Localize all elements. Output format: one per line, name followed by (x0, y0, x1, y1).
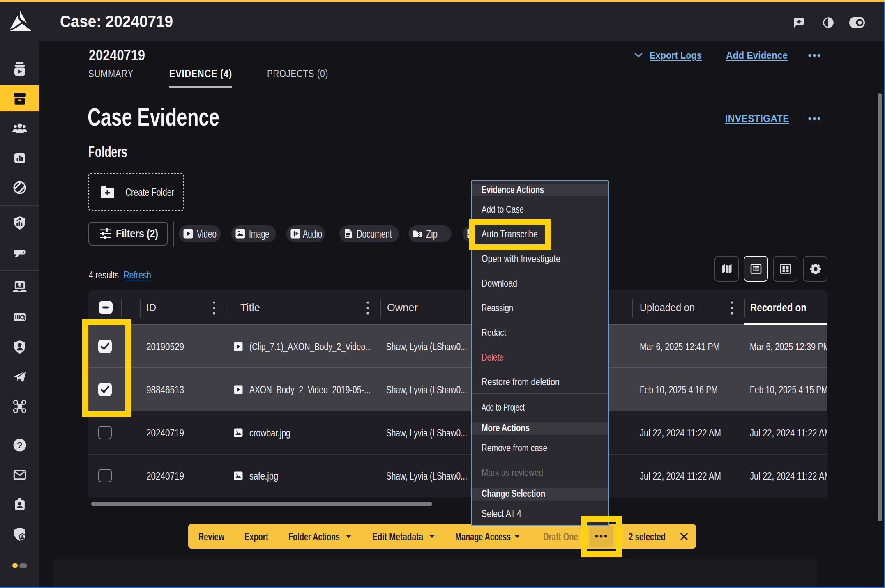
svg-text:?: ? (17, 440, 23, 450)
